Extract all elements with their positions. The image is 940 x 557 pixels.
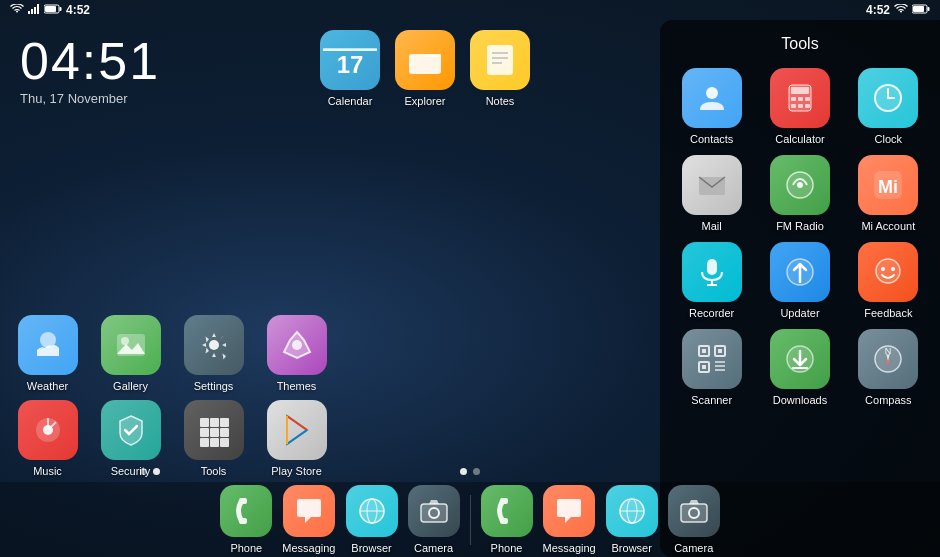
svg-point-59 bbox=[891, 267, 895, 271]
app-playstore[interactable]: Play Store bbox=[259, 400, 334, 477]
svg-rect-63 bbox=[702, 349, 706, 353]
app-contacts[interactable]: Contacts bbox=[670, 68, 753, 145]
app-explorer-label: Explorer bbox=[405, 95, 446, 107]
app-updater[interactable]: Updater bbox=[758, 242, 841, 319]
app-miaccount[interactable]: Mi Mi Account bbox=[847, 155, 930, 232]
tools-grid: Contacts Calculator Clock Mail bbox=[670, 68, 930, 406]
dock-camera-2-label: Camera bbox=[674, 542, 713, 554]
app-mail[interactable]: Mail bbox=[670, 155, 753, 232]
dot-left-2 bbox=[153, 468, 160, 475]
app-notes[interactable]: Notes bbox=[470, 30, 530, 107]
svg-rect-83 bbox=[681, 504, 707, 522]
app-themes[interactable]: Themes bbox=[259, 315, 334, 392]
main-apps-grid: Weather Gallery Settings Themes Music Se… bbox=[10, 315, 334, 477]
svg-marker-32 bbox=[287, 416, 307, 444]
svg-rect-43 bbox=[798, 104, 803, 108]
app-updater-label: Updater bbox=[780, 307, 819, 319]
app-scanner-label: Scanner bbox=[691, 394, 732, 406]
app-clock[interactable]: Clock bbox=[847, 68, 930, 145]
svg-line-33 bbox=[287, 416, 307, 430]
svg-point-57 bbox=[876, 259, 900, 283]
clock-time: 04:51 bbox=[20, 35, 160, 87]
svg-rect-29 bbox=[200, 438, 209, 447]
svg-point-18 bbox=[209, 340, 219, 350]
svg-text:N: N bbox=[885, 346, 892, 356]
app-calendar-label: Calendar bbox=[328, 95, 373, 107]
svg-rect-31 bbox=[220, 438, 229, 447]
app-settings[interactable]: Settings bbox=[176, 315, 251, 392]
svg-rect-28 bbox=[220, 428, 229, 437]
dock-phone-2[interactable]: Phone bbox=[481, 485, 533, 554]
app-weather[interactable]: Weather bbox=[10, 315, 85, 392]
app-notes-label: Notes bbox=[486, 95, 515, 107]
svg-rect-1 bbox=[31, 9, 33, 14]
app-scanner[interactable]: Scanner bbox=[670, 329, 753, 406]
svg-rect-9 bbox=[928, 7, 930, 11]
page-dots-center bbox=[460, 468, 480, 475]
svg-rect-0 bbox=[28, 11, 30, 14]
app-weather-label: Weather bbox=[27, 380, 68, 392]
svg-rect-27 bbox=[210, 428, 219, 437]
svg-rect-25 bbox=[220, 418, 229, 427]
clock-widget: 04:51 Thu, 17 November bbox=[20, 35, 160, 106]
app-recorder[interactable]: Recorder bbox=[670, 242, 753, 319]
svg-rect-6 bbox=[60, 7, 62, 11]
svg-point-36 bbox=[706, 87, 718, 99]
svg-point-20 bbox=[292, 340, 302, 350]
dot-center-1 bbox=[460, 468, 467, 475]
dock-camera-1-label: Camera bbox=[414, 542, 453, 554]
dock-camera-2[interactable]: Camera bbox=[668, 485, 720, 554]
app-calendar[interactable]: ▬▬▬▬▬▬ 17 Calendar bbox=[320, 30, 380, 107]
dock-browser-2[interactable]: Browser bbox=[606, 485, 658, 554]
svg-rect-78 bbox=[421, 504, 447, 522]
tools-title: Tools bbox=[670, 35, 930, 53]
app-calculator-label: Calculator bbox=[775, 133, 825, 145]
svg-rect-11 bbox=[487, 45, 513, 75]
svg-rect-65 bbox=[718, 349, 722, 353]
time-left: 4:52 bbox=[66, 3, 90, 17]
status-right: 4:52 bbox=[866, 3, 930, 17]
wifi-icon-right bbox=[894, 4, 908, 16]
dock-messaging-1[interactable]: Messaging bbox=[282, 485, 335, 554]
svg-rect-42 bbox=[791, 104, 796, 108]
app-feedback[interactable]: Feedback bbox=[847, 242, 930, 319]
app-downloads-label: Downloads bbox=[773, 394, 827, 406]
svg-rect-64 bbox=[702, 365, 706, 369]
app-explorer[interactable]: Explorer bbox=[395, 30, 455, 107]
app-compass[interactable]: N Compass bbox=[847, 329, 930, 406]
app-music[interactable]: Music bbox=[10, 400, 85, 477]
dock: Phone Messaging Browser Camera Phone Mes… bbox=[0, 482, 940, 557]
app-calculator[interactable]: Calculator bbox=[758, 68, 841, 145]
dock-browser-2-label: Browser bbox=[612, 542, 652, 554]
dock-browser-1[interactable]: Browser bbox=[346, 485, 398, 554]
svg-point-17 bbox=[121, 337, 129, 345]
dock-messaging-2[interactable]: Messaging bbox=[543, 485, 596, 554]
dock-camera-1[interactable]: Camera bbox=[408, 485, 460, 554]
top-apps-row: ▬▬▬▬▬▬ 17 Calendar Explorer Notes bbox=[320, 30, 530, 107]
svg-rect-41 bbox=[805, 97, 810, 101]
dock-messaging-2-label: Messaging bbox=[543, 542, 596, 554]
app-tools[interactable]: Tools bbox=[176, 400, 251, 477]
app-playstore-label: Play Store bbox=[271, 465, 322, 477]
dock-browser-1-label: Browser bbox=[351, 542, 391, 554]
app-security[interactable]: Security bbox=[93, 400, 168, 477]
battery-icon-left bbox=[44, 4, 62, 16]
svg-rect-8 bbox=[913, 6, 924, 12]
app-compass-label: Compass bbox=[865, 394, 911, 406]
app-fmradio[interactable]: FM Radio bbox=[758, 155, 841, 232]
app-music-label: Music bbox=[33, 465, 62, 477]
dot-left-1 bbox=[140, 468, 147, 475]
dock-phone-2-label: Phone bbox=[491, 542, 523, 554]
svg-text:Mi: Mi bbox=[878, 177, 898, 197]
page-dots-left bbox=[140, 468, 160, 475]
wifi-icon-left bbox=[10, 4, 24, 16]
svg-rect-39 bbox=[791, 97, 796, 101]
app-contacts-label: Contacts bbox=[690, 133, 733, 145]
dock-phone-1[interactable]: Phone bbox=[220, 485, 272, 554]
app-gallery[interactable]: Gallery bbox=[93, 315, 168, 392]
status-left: 4:52 bbox=[10, 3, 90, 17]
app-downloads[interactable]: Downloads bbox=[758, 329, 841, 406]
dot-center-2 bbox=[473, 468, 480, 475]
app-themes-label: Themes bbox=[277, 380, 317, 392]
app-gallery-label: Gallery bbox=[113, 380, 148, 392]
